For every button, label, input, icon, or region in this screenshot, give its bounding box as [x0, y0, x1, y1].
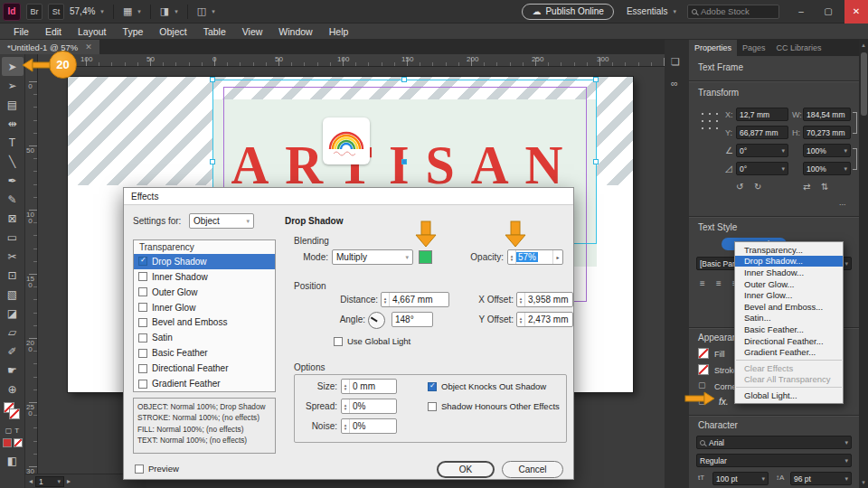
- eyedropper-tool[interactable]: ✐: [2, 342, 24, 361]
- stroke-color-swatch[interactable]: [698, 364, 709, 375]
- size-field[interactable]: ▴▾ 0 mm: [341, 379, 397, 394]
- layers-panel-icon[interactable]: ❏: [671, 56, 680, 68]
- view-options-icon[interactable]: ▦: [123, 5, 132, 17]
- effect-row-drop-shadow[interactable]: Drop Shadow: [134, 254, 275, 269]
- checkbox-icon[interactable]: [334, 337, 343, 346]
- checkbox-checked-icon[interactable]: [428, 382, 437, 391]
- effect-row-inner-shadow[interactable]: Inner Shadow: [134, 269, 275, 285]
- rectangle-frame-tool[interactable]: ⊠: [2, 209, 24, 228]
- checkbox-icon[interactable]: [138, 272, 147, 281]
- page-tool[interactable]: ▤: [2, 95, 24, 114]
- menu-help[interactable]: Help: [321, 26, 357, 37]
- dialog-titlebar[interactable]: Effects: [124, 188, 573, 205]
- x-offset-field[interactable]: ▴▾ 3,958 mm: [516, 292, 573, 307]
- screen-mode-icon[interactable]: ◨: [160, 5, 169, 17]
- apply-color-icon[interactable]: [3, 438, 12, 447]
- stepper-icon[interactable]: ▴▾: [517, 293, 525, 306]
- stock-icon[interactable]: St: [48, 4, 64, 20]
- shadow-honours-other-effects-checkbox[interactable]: Shadow Honours Other Effects: [428, 401, 560, 411]
- document-tab[interactable]: *Untitled-1 @ 57% ✕: [0, 40, 99, 54]
- use-global-light-checkbox[interactable]: Use Global Light: [334, 336, 410, 346]
- rectangle-tool[interactable]: ▭: [2, 228, 24, 247]
- panel-scrollbar[interactable]: ▴ ▾: [859, 40, 868, 488]
- leading-field[interactable]: 96 pt▾: [790, 472, 852, 485]
- frame-handle[interactable]: [593, 159, 599, 164]
- shear-angle-field[interactable]: 0°▾: [736, 162, 788, 175]
- menu-edit[interactable]: Edit: [37, 26, 70, 37]
- gap-tool[interactable]: ⇹: [2, 114, 24, 133]
- maximize-button[interactable]: ▢: [817, 0, 839, 23]
- menu-item-transparency[interactable]: Transparency...: [735, 244, 843, 256]
- publish-online-button[interactable]: ☁ Publish Online: [522, 4, 613, 20]
- align-center-icon[interactable]: ≡: [716, 278, 722, 288]
- fill-stroke-proxy[interactable]: [2, 402, 24, 424]
- checkbox-checked-icon[interactable]: [138, 257, 147, 266]
- noise-field[interactable]: ▴▾ 0%: [341, 418, 397, 434]
- menu-window[interactable]: Window: [270, 26, 320, 37]
- close-tab-icon[interactable]: ✕: [85, 42, 92, 52]
- scroll-up-icon[interactable]: ▴: [859, 42, 868, 49]
- opacity-field[interactable]: ▴▾ 57% ▸: [507, 249, 563, 265]
- scrollbar-thumb[interactable]: [861, 52, 867, 116]
- pen-tool[interactable]: ✒: [2, 171, 24, 190]
- menu-view[interactable]: View: [234, 26, 271, 37]
- vertical-ruler[interactable]: 0 50 100 150 200 250 300: [25, 67, 38, 488]
- stepper-icon[interactable]: ▴▾: [382, 293, 390, 306]
- gradient-feather-tool[interactable]: ◪: [2, 304, 24, 323]
- effect-row-inner-glow[interactable]: Inner Glow: [134, 300, 275, 315]
- scale-x-field[interactable]: 100%▾: [803, 144, 851, 157]
- type-tool[interactable]: T: [2, 133, 24, 152]
- effect-row-satin[interactable]: Satin: [134, 330, 275, 345]
- menu-item-inner-glow[interactable]: Inner Glow...: [735, 289, 843, 301]
- corner-options-icon[interactable]: ▢: [698, 380, 706, 389]
- effect-row-directional-feather[interactable]: Directional Feather: [134, 361, 275, 376]
- constrain-proportions-icon[interactable]: [853, 112, 857, 134]
- hand-tool[interactable]: ☛: [2, 361, 24, 380]
- menu-table[interactable]: Table: [195, 26, 234, 37]
- checkbox-icon[interactable]: [138, 380, 147, 389]
- rotate-cw-icon[interactable]: ↻: [754, 182, 761, 192]
- menu-item-gradient-feather[interactable]: Gradient Feather...: [735, 346, 843, 358]
- y-offset-field[interactable]: ▴▾ 2,473 mm: [516, 312, 573, 327]
- checkbox-icon[interactable]: [138, 303, 147, 312]
- free-transform-tool[interactable]: ⊡: [2, 266, 24, 285]
- page-number-field[interactable]: 1 ▾: [35, 476, 64, 487]
- checkbox-icon[interactable]: [138, 287, 147, 296]
- font-style-dropdown[interactable]: Regular▾: [696, 454, 852, 467]
- checkbox-icon[interactable]: [138, 349, 147, 358]
- menu-layout[interactable]: Layout: [70, 26, 115, 37]
- settings-for-dropdown[interactable]: Object▾: [189, 213, 254, 229]
- rotation-angle-field[interactable]: 0°▾: [736, 144, 788, 157]
- height-field[interactable]: 70,273 mm: [803, 126, 851, 139]
- frame-handle[interactable]: [593, 77, 599, 82]
- reference-point-grid-icon[interactable]: [697, 108, 718, 129]
- fx-button[interactable]: fx.: [719, 397, 729, 407]
- menu-item-bevel-emboss[interactable]: Bevel and Emboss...: [735, 301, 843, 313]
- fill-color-swatch[interactable]: [698, 348, 709, 359]
- menu-item-inner-shadow[interactable]: Inner Shadow...: [735, 267, 843, 278]
- tab-properties[interactable]: Properties: [689, 40, 737, 56]
- effect-row-gradient-feather[interactable]: Gradient Feather: [134, 376, 275, 391]
- scroll-down-icon[interactable]: ▾: [859, 479, 868, 486]
- next-page-icon[interactable]: ▸: [67, 477, 71, 485]
- menu-item-outer-glow[interactable]: Outer Glow...: [735, 278, 843, 290]
- direct-selection-tool[interactable]: ➢: [2, 76, 24, 95]
- bridge-icon[interactable]: Br: [26, 4, 42, 20]
- checkbox-icon[interactable]: [138, 318, 147, 327]
- selection-tool[interactable]: ➤: [2, 57, 24, 76]
- apply-none-icon[interactable]: [14, 438, 23, 447]
- screen-mode-toggle-icon[interactable]: ◧: [2, 451, 24, 470]
- workspace-switcher[interactable]: Essentials: [627, 6, 668, 16]
- gradient-swatch-tool[interactable]: ▧: [2, 285, 24, 304]
- stepper-icon[interactable]: ▴▾: [517, 313, 525, 326]
- effect-row-bevel-emboss[interactable]: Bevel and Emboss: [134, 315, 275, 331]
- y-position-field[interactable]: 66,877 mm: [736, 126, 788, 139]
- close-button[interactable]: ✕: [844, 0, 868, 23]
- tab-cc-libraries[interactable]: CC Libraries: [771, 40, 827, 56]
- menu-object[interactable]: Object: [151, 26, 194, 37]
- spread-field[interactable]: ▴▾ 0%: [341, 399, 397, 414]
- menu-type[interactable]: Type: [115, 26, 152, 37]
- cancel-button[interactable]: Cancel: [502, 461, 563, 478]
- zoom-tool[interactable]: ⊕: [2, 380, 24, 399]
- checkbox-icon[interactable]: [138, 333, 147, 343]
